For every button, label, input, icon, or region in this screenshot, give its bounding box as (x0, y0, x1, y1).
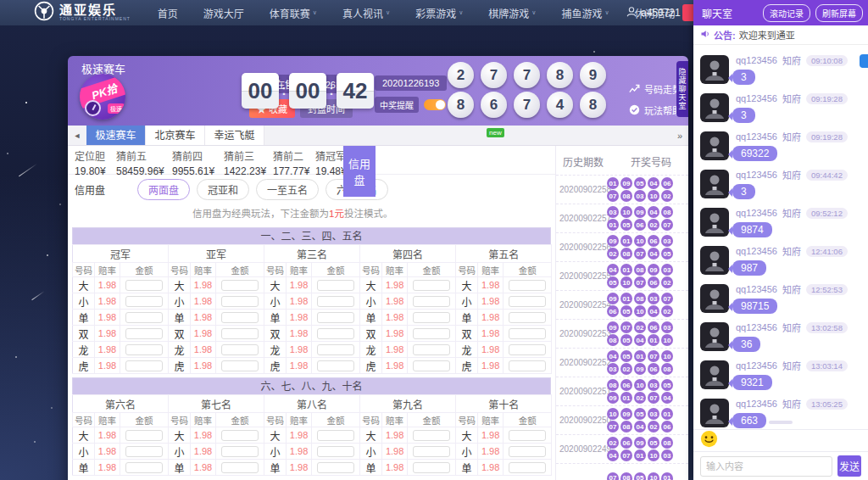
bet-amount-input[interactable] (413, 296, 450, 307)
bet-amount-input[interactable] (509, 344, 546, 355)
tabs-scroll-right-icon[interactable]: » (673, 126, 687, 146)
game-tab-3[interactable]: 幸运飞艇 (205, 126, 264, 145)
nav-item-7[interactable]: 捕鱼游戏∨ (561, 6, 609, 20)
bet-amount-input[interactable] (221, 446, 259, 457)
bet-amount-input[interactable] (317, 446, 354, 457)
win-alert-toggle[interactable] (424, 99, 446, 110)
bet-amount-input[interactable] (221, 462, 259, 473)
result-ball: 05 (620, 219, 632, 231)
tabs-scroll-left-icon[interactable]: ◄ (68, 126, 86, 145)
bet-amount-input[interactable] (509, 446, 546, 457)
bet-option-label: 龙 (73, 342, 95, 358)
bet-option-label: 大 (360, 277, 382, 293)
bet-amount-cell (312, 427, 360, 444)
scroll-log-button[interactable]: 滚动记录 (763, 4, 810, 22)
result-ball: 02 (607, 437, 619, 449)
chat-username: qq123456 (736, 284, 777, 294)
nav-item-6[interactable]: 棋牌游戏∨ (488, 6, 536, 20)
result-ball: 05 (634, 472, 646, 480)
bet-amount-input[interactable] (125, 430, 163, 441)
bet-amount-input[interactable] (125, 446, 163, 457)
bet-amount-input[interactable] (221, 430, 259, 441)
bet-amount-input[interactable] (125, 344, 163, 355)
timer-hours: 00 (242, 73, 279, 109)
refresh-screen-button[interactable]: 刷新屏幕 (815, 4, 863, 22)
nav-item-2[interactable]: 游戏大厅 (203, 6, 244, 20)
bet-option-label: 大 (73, 277, 95, 293)
bet-amount-input[interactable] (413, 328, 450, 339)
number-trend-link[interactable]: 号码走势 (629, 82, 682, 96)
bet-amount-input[interactable] (317, 344, 354, 355)
bet-amount-input[interactable] (317, 328, 354, 339)
chat-messages[interactable]: qq123456知府09:10:083qq123456知府09:19:283qq… (693, 45, 868, 429)
nav-item-4[interactable]: 真人视讯∨ (342, 6, 390, 20)
floating-contact-button[interactable] (860, 54, 868, 68)
bet-amount-input[interactable] (413, 312, 450, 323)
user-menu[interactable]: a450721 ▼ (626, 6, 691, 20)
result-ball: 06 (648, 363, 659, 375)
bet-amount-input[interactable] (125, 312, 163, 323)
bet-amount-input[interactable] (509, 430, 546, 441)
credit-panel-button[interactable]: 信用盘 (343, 146, 376, 197)
bet-amount-input[interactable] (317, 360, 354, 371)
chat-username: qq123456 (736, 360, 777, 371)
bet-amount-input[interactable] (125, 462, 163, 473)
bet-amount-input[interactable] (413, 430, 450, 441)
bet-amount-input[interactable] (509, 328, 546, 339)
bet-amount-input[interactable] (413, 344, 450, 355)
bet-amount-input[interactable] (125, 296, 163, 307)
bet-amount-cell (504, 293, 552, 310)
bet-amount-input[interactable] (125, 280, 163, 291)
bet-amount-input[interactable] (413, 462, 450, 473)
game-tab-2[interactable]: 北京赛车 (146, 126, 205, 145)
send-button[interactable]: 发送 (837, 455, 861, 477)
result-ball: 04 (648, 305, 659, 317)
bet-amount-input[interactable] (125, 328, 163, 339)
bet-amount-input[interactable] (221, 344, 259, 355)
chat-message-header: qq123456知府13:02:58 (736, 321, 868, 334)
result-ball: 08 (620, 248, 632, 260)
bet-amount-input[interactable] (317, 280, 354, 291)
bet-amount-input[interactable] (221, 280, 259, 291)
bet-amount-input[interactable] (317, 462, 354, 473)
bet-category-pill-2[interactable]: 冠亚和 (197, 179, 249, 200)
game-tab-1[interactable]: 极速赛车 (86, 126, 146, 145)
smiley-emoji-button[interactable] (700, 430, 718, 451)
bet-amount-input[interactable] (413, 280, 450, 291)
nav-item-3[interactable]: 体育联赛∨ (270, 6, 317, 20)
bet-category-pill-3[interactable]: 一至五名 (256, 179, 319, 200)
nav-item-label: 体育联赛 (270, 6, 310, 20)
bet-amount-input[interactable] (413, 360, 450, 371)
bet-amount-input[interactable] (509, 462, 546, 473)
result-ball: 06 (634, 219, 646, 231)
speaker-icon (700, 27, 710, 42)
bet-amount-input[interactable] (317, 296, 354, 307)
header-links: 号码走势 玩法帮助 (629, 82, 682, 125)
bet-amount-input[interactable] (317, 430, 354, 441)
chat-message-input[interactable] (700, 456, 832, 477)
bet-amount-input[interactable] (509, 280, 546, 291)
bet-amount-input[interactable] (221, 328, 259, 339)
bet-amount-input[interactable] (221, 312, 259, 323)
bet-category-pill-1[interactable]: 两面盘 (137, 179, 190, 200)
bet-amount-cell (216, 342, 264, 358)
brand-logo[interactable]: 通亚娱乐 TONGYA ENTERTAINMENT (34, 1, 131, 25)
bet-amount-input[interactable] (509, 360, 546, 371)
bet-amount-input[interactable] (221, 296, 259, 307)
bet-amount-input[interactable] (125, 360, 163, 371)
column-header: 金额 (120, 413, 169, 427)
chat-username: qq123456 (736, 208, 777, 218)
bet-amount-input[interactable] (509, 312, 546, 323)
avatar (700, 131, 729, 160)
bet-odds: 1.98 (287, 444, 312, 460)
play-help-link[interactable]: 玩法帮助 (629, 103, 682, 117)
bet-amount-input[interactable] (317, 312, 354, 323)
nav-item-5[interactable]: 彩票游戏∨ (415, 6, 463, 20)
bet-amount-input[interactable] (221, 360, 259, 371)
bet-amount-input[interactable] (509, 296, 546, 307)
hide-chat-tab[interactable]: 隐藏聊天室 (676, 61, 688, 117)
bet-amount-input[interactable] (413, 446, 450, 457)
nav-item-1[interactable]: 首页 (158, 6, 178, 20)
bet-odds: 1.98 (478, 293, 504, 310)
recharge-button[interactable] (682, 4, 693, 21)
